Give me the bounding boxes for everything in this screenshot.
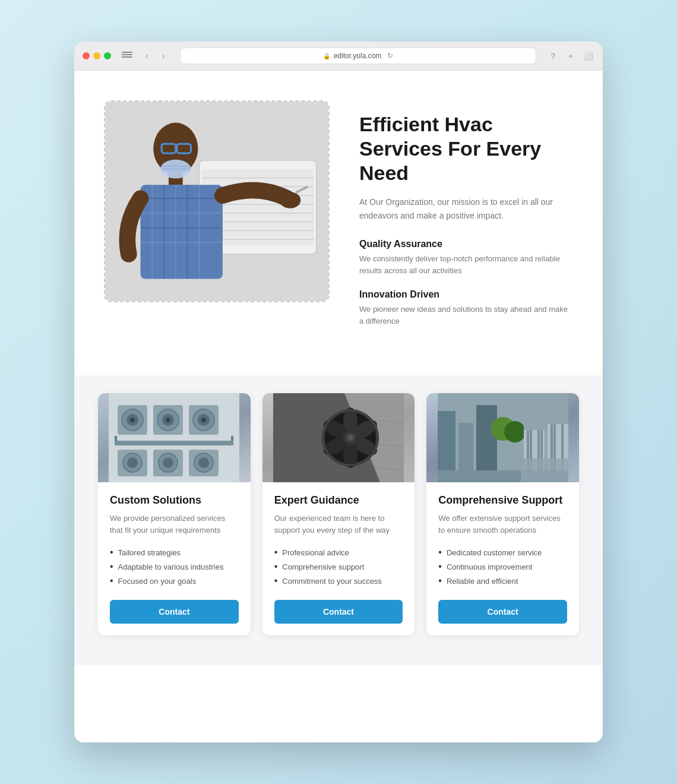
- feature-desc-0: We consistently deliver top-notch perfor…: [359, 253, 573, 276]
- svg-point-40: [166, 418, 170, 422]
- svg-rect-46: [115, 436, 117, 441]
- contact-button-0[interactable]: Contact: [110, 600, 239, 624]
- traffic-lights: [83, 52, 111, 59]
- svg-point-53: [163, 457, 173, 468]
- hero-section: Efficient Hvac Services For Every Need A…: [74, 71, 603, 375]
- page-content: Efficient Hvac Services For Every Need A…: [74, 71, 603, 742]
- svg-point-26: [280, 192, 301, 208]
- lock-icon: 🔒: [323, 53, 330, 59]
- address-bar[interactable]: 🔒 editor.yola.com ↻: [180, 48, 536, 64]
- service-card-0: Custom Solutions We provide personalized…: [98, 393, 251, 636]
- service-card-1: Expert Guidance Our experienced team is …: [262, 393, 415, 636]
- svg-rect-93: [521, 459, 568, 482]
- list-item: Continuous improvement: [438, 559, 567, 574]
- svg-point-80: [504, 421, 526, 442]
- svg-rect-82: [524, 423, 545, 430]
- card-title-0: Custom Solutions: [110, 494, 239, 507]
- svg-rect-47: [231, 436, 233, 441]
- feature-item-0: Quality Assurance We consistently delive…: [359, 239, 573, 276]
- card-list-1: Professional advice Comprehensive suppor…: [274, 545, 403, 588]
- browser-actions: ? + ⬜: [547, 50, 594, 62]
- extensions-icon[interactable]: ⬜: [583, 50, 594, 62]
- card-list-0: Tailored strategies Adaptable to various…: [110, 545, 239, 588]
- browser-chrome: ‹ › 🔒 editor.yola.com ↻ ? + ⬜: [74, 42, 603, 71]
- feature-desc-1: We pioneer new ideas and solutions to st…: [359, 304, 573, 327]
- back-button[interactable]: ‹: [141, 50, 153, 62]
- svg-rect-88: [548, 417, 568, 424]
- svg-rect-45: [115, 441, 233, 445]
- list-item: Commitment to your success: [274, 574, 403, 588]
- help-icon[interactable]: ?: [547, 50, 559, 62]
- feature-item-1: Innovation Driven We pioneer new ideas a…: [359, 289, 573, 327]
- list-item: Adaptable to various industries: [110, 559, 239, 574]
- svg-point-50: [127, 457, 138, 468]
- card-desc-1: Our experienced team is here to support …: [274, 513, 403, 536]
- svg-point-73: [348, 435, 353, 440]
- list-item: Focused on your goals: [110, 574, 239, 588]
- sidebar-toggle-icon[interactable]: [122, 52, 132, 60]
- forward-button[interactable]: ›: [157, 50, 169, 62]
- card-image-2: [426, 393, 579, 482]
- svg-point-44: [201, 418, 206, 422]
- card-image-0: [98, 393, 251, 482]
- new-tab-icon[interactable]: +: [565, 50, 577, 62]
- card-desc-0: We provide personalized services that fi…: [110, 513, 239, 536]
- card-body-1: Expert Guidance Our experienced team is …: [262, 482, 415, 636]
- contact-button-1[interactable]: Contact: [274, 600, 403, 624]
- hero-image-container: [104, 100, 330, 302]
- hero-text: Efficient Hvac Services For Every Need A…: [359, 100, 573, 340]
- card-body-0: Custom Solutions We provide personalized…: [98, 482, 251, 636]
- hero-title: Efficient Hvac Services For Every Need: [359, 112, 573, 185]
- contact-button-2[interactable]: Contact: [438, 600, 567, 624]
- card-desc-2: We offer extensive support services to e…: [438, 513, 567, 536]
- browser-window: ‹ › 🔒 editor.yola.com ↻ ? + ⬜: [74, 42, 603, 742]
- close-button[interactable]: [83, 52, 90, 59]
- fan-image: [262, 393, 415, 482]
- feature-title-0: Quality Assurance: [359, 239, 573, 249]
- list-item: Tailored strategies: [110, 545, 239, 559]
- browser-nav: ‹ ›: [141, 50, 169, 62]
- hero-description: At Our Organization, our mission is to e…: [359, 195, 573, 222]
- card-image-1: [262, 393, 415, 482]
- card-list-2: Dedicated customer service Continuous im…: [438, 545, 567, 588]
- cards-grid: Custom Solutions We provide personalized…: [98, 393, 579, 636]
- card-title-1: Expert Guidance: [274, 494, 403, 507]
- cooling-tower-image: [426, 393, 579, 482]
- minimize-button[interactable]: [93, 52, 100, 59]
- url-text: editor.yola.com: [334, 52, 382, 60]
- svg-point-36: [130, 418, 135, 422]
- list-item: Comprehensive support: [274, 559, 403, 574]
- list-item: Dedicated customer service: [438, 545, 567, 559]
- refresh-icon[interactable]: ↻: [387, 52, 393, 60]
- hero-image: [105, 102, 328, 301]
- card-body-2: Comprehensive Support We offer extensive…: [426, 482, 579, 636]
- feature-title-1: Innovation Driven: [359, 289, 573, 300]
- service-card-2: Comprehensive Support We offer extensive…: [426, 393, 579, 636]
- list-item: Reliable and efficient: [438, 574, 567, 588]
- card-title-2: Comprehensive Support: [438, 494, 567, 507]
- svg-point-56: [198, 457, 209, 468]
- cards-section: Custom Solutions We provide personalized…: [74, 375, 603, 665]
- ac-units-image: [98, 393, 251, 482]
- maximize-button[interactable]: [104, 52, 111, 59]
- list-item: Professional advice: [274, 545, 403, 559]
